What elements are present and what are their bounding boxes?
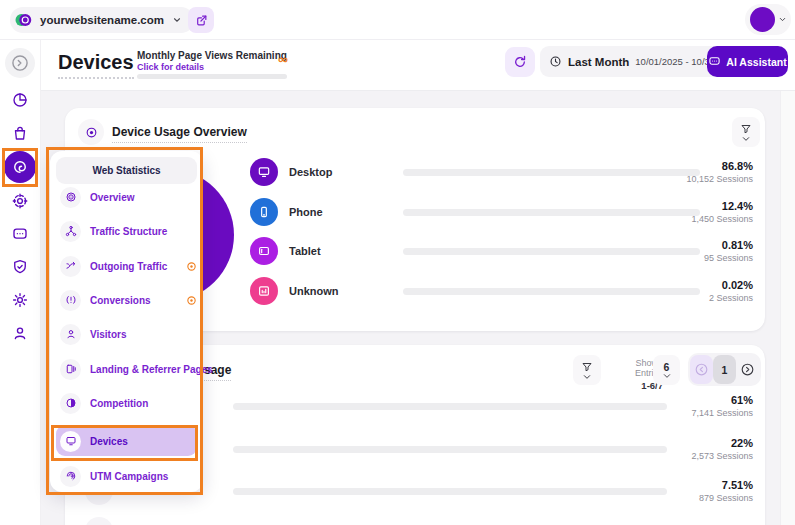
person-icon bbox=[11, 324, 29, 342]
circle-arrow-icon bbox=[10, 53, 30, 73]
menu-item-traffic-structure[interactable]: Traffic Structure bbox=[60, 217, 167, 245]
overview-icon bbox=[60, 187, 81, 208]
sidebar-item-analytics[interactable] bbox=[5, 85, 35, 115]
usage-table-filter-button[interactable] bbox=[573, 355, 601, 385]
sidebar-item-security[interactable] bbox=[5, 252, 35, 282]
funnel-icon bbox=[740, 123, 752, 135]
page-views-value: ∞ bbox=[278, 51, 288, 67]
sidebar-expand-button[interactable] bbox=[5, 48, 35, 78]
device-bar bbox=[403, 209, 700, 216]
clock-icon bbox=[549, 55, 562, 68]
sidebar-item-targeting[interactable] bbox=[5, 186, 35, 216]
gear-icon bbox=[11, 291, 29, 309]
visitors-icon bbox=[60, 324, 81, 345]
device-pct: 0.02% bbox=[709, 279, 753, 291]
shield-check-icon bbox=[11, 258, 29, 276]
phone-icon bbox=[250, 198, 278, 226]
menu-item-landing-referrer-pages[interactable]: Landing & Referrer Pages bbox=[60, 355, 213, 383]
funnel-icon bbox=[581, 361, 593, 373]
arrow-right-circle-icon bbox=[740, 362, 755, 377]
page-views-details-link[interactable]: Click for details bbox=[137, 62, 204, 72]
tablet-icon bbox=[250, 237, 278, 265]
device-label: Unknown bbox=[289, 285, 339, 297]
landing-pages-icon bbox=[60, 359, 81, 380]
usage-pct: 22% bbox=[691, 437, 753, 449]
user-menu[interactable] bbox=[745, 4, 791, 35]
menu-item-outgoing-traffic[interactable]: Outgoing Traffic bbox=[60, 252, 167, 280]
pagination: 1 bbox=[688, 353, 761, 386]
target-icon bbox=[11, 192, 29, 210]
site-selector[interactable]: yourwebsitename.com bbox=[10, 7, 194, 33]
topbar: yourwebsitename.com bbox=[0, 0, 795, 40]
page-title: Devices bbox=[58, 51, 134, 79]
usage-bar bbox=[233, 446, 667, 453]
device-pct: 12.4% bbox=[691, 200, 753, 212]
sidebar-item-account[interactable] bbox=[5, 318, 35, 348]
avatar bbox=[750, 7, 775, 32]
chat-bubble-icon bbox=[708, 55, 721, 68]
icon-sidebar bbox=[0, 40, 41, 525]
menu-item-competition[interactable]: Competition bbox=[60, 389, 148, 417]
arrow-left-circle-icon bbox=[694, 362, 709, 377]
outgoing-traffic-icon bbox=[60, 256, 81, 277]
period-label: Last Month bbox=[568, 56, 629, 68]
device-stats: 0.02% 2 Sessions bbox=[709, 279, 753, 303]
device-usage-title: Device Usage Overview bbox=[112, 125, 247, 143]
chevron-down-icon bbox=[663, 373, 671, 379]
page-size-selector[interactable]: 6 bbox=[653, 355, 680, 385]
sidebar-item-settings[interactable] bbox=[5, 285, 35, 315]
refresh-icon bbox=[512, 54, 528, 70]
device-sessions: 10,152 Sessions bbox=[686, 174, 753, 184]
device-pct: 86.8% bbox=[686, 160, 753, 172]
usage-stats: 61% 7,141 Sessions bbox=[691, 394, 753, 418]
chevron-down-icon bbox=[742, 136, 750, 142]
device-bar bbox=[403, 169, 700, 176]
ai-assistant-label: AI Assistant bbox=[726, 56, 786, 68]
device-stats: 86.8% 10,152 Sessions bbox=[686, 160, 753, 184]
external-link-icon bbox=[195, 14, 208, 27]
traffic-structure-icon bbox=[60, 221, 81, 242]
menu-item-devices[interactable]: Devices bbox=[60, 427, 128, 455]
pagination-next-button[interactable] bbox=[736, 355, 759, 384]
usage-sessions: 2,573 Sessions bbox=[691, 451, 753, 461]
page-views-label: Monthly Page Views Remaining bbox=[137, 50, 287, 61]
open-site-button[interactable] bbox=[188, 7, 214, 33]
usage-stats: 22% 2,573 Sessions bbox=[691, 437, 753, 461]
devices-icon bbox=[60, 431, 81, 452]
menu-item-conversions[interactable]: Conversions bbox=[60, 286, 151, 314]
app-root: yourwebsitename.com bbox=[0, 0, 795, 525]
competition-icon bbox=[60, 393, 81, 414]
usage-sessions: 879 Sessions bbox=[699, 493, 753, 503]
device-sessions: 95 Sessions bbox=[704, 253, 753, 263]
device-pct: 0.81% bbox=[704, 239, 753, 251]
donut-chart-icon bbox=[85, 126, 98, 139]
sidebar-item-store[interactable] bbox=[5, 118, 35, 148]
pagination-current-page[interactable]: 1 bbox=[713, 355, 736, 384]
ai-assistant-button[interactable]: AI Assistant bbox=[707, 46, 788, 77]
right-edge-panel bbox=[780, 91, 795, 525]
usage-bar bbox=[233, 403, 667, 410]
menu-header: Web Statistics bbox=[56, 157, 197, 184]
chevron-down-icon bbox=[172, 15, 182, 25]
page-views-progressbar bbox=[137, 74, 287, 79]
sidebar-item-messages[interactable] bbox=[5, 219, 35, 249]
page-size-value: 6 bbox=[664, 361, 670, 373]
usage-row: 4.97% bbox=[65, 514, 765, 525]
device-label: Desktop bbox=[289, 166, 332, 178]
device-label: Phone bbox=[289, 206, 323, 218]
pie-chart-icon bbox=[11, 91, 29, 109]
device-usage-filter-button[interactable] bbox=[732, 117, 760, 147]
web-statistics-swirl-icon bbox=[11, 158, 29, 176]
page-header: Devices Monthly Page Views Remaining Cli… bbox=[41, 40, 795, 91]
usage-pct: 7.51% bbox=[699, 479, 753, 491]
refresh-button[interactable] bbox=[505, 47, 535, 77]
sidebar-item-web-statistics[interactable] bbox=[4, 151, 36, 183]
menu-item-visitors[interactable]: Visitors bbox=[60, 320, 127, 348]
menu-item-utm-campaigns[interactable]: UTM Campaigns bbox=[60, 462, 168, 490]
utm-campaigns-icon bbox=[60, 466, 81, 487]
conversions-icon bbox=[60, 290, 81, 311]
pagination-prev-button[interactable] bbox=[690, 355, 713, 384]
device-usage-card-icon bbox=[78, 119, 104, 145]
menu-item-overview[interactable]: Overview bbox=[60, 183, 134, 211]
device-bar bbox=[403, 288, 700, 295]
